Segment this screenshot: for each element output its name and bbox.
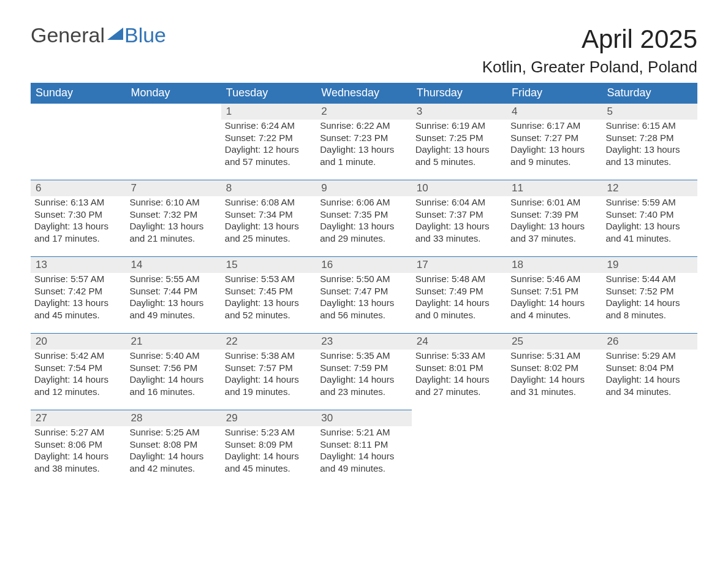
- day-detail: Sunrise: 5:38 AMSunset: 7:57 PMDaylight:…: [221, 350, 316, 410]
- day-number-row: 20212223242526: [31, 334, 697, 350]
- day-detail: Sunrise: 6:13 AMSunset: 7:30 PMDaylight:…: [31, 196, 126, 257]
- day-number-row: 12345: [31, 104, 697, 120]
- sunrise-line: Sunrise: 6:17 AM: [510, 120, 598, 132]
- sunset-line: Sunset: 7:23 PM: [320, 132, 408, 144]
- daylight-line: Daylight: 14 hours and 38 minutes.: [34, 450, 122, 474]
- weekday-header: Friday: [507, 83, 602, 104]
- day-detail: Sunrise: 6:04 AMSunset: 7:37 PMDaylight:…: [412, 196, 507, 257]
- sunrise-line: Sunrise: 5:53 AM: [225, 273, 313, 285]
- day-detail: Sunrise: 5:40 AMSunset: 7:56 PMDaylight:…: [126, 350, 221, 410]
- sunset-line: Sunset: 7:57 PM: [225, 362, 313, 374]
- daylight-line: Daylight: 14 hours and 19 minutes.: [225, 373, 313, 397]
- day-number: 23: [316, 334, 411, 350]
- sunrise-line: Sunrise: 6:22 AM: [320, 120, 408, 132]
- weekday-header: Thursday: [412, 83, 507, 104]
- sunset-line: Sunset: 7:47 PM: [320, 285, 408, 297]
- day-number: [31, 104, 126, 120]
- day-detail-row: Sunrise: 5:57 AMSunset: 7:42 PMDaylight:…: [31, 273, 697, 334]
- sunrise-line: Sunrise: 5:23 AM: [225, 426, 313, 439]
- day-number: [507, 410, 602, 427]
- sunrise-line: Sunrise: 6:24 AM: [225, 120, 313, 132]
- daylight-line: Daylight: 13 hours and 33 minutes.: [415, 220, 503, 244]
- sunrise-line: Sunrise: 5:55 AM: [129, 273, 217, 285]
- sunset-line: Sunset: 7:45 PM: [225, 285, 313, 297]
- day-number: 20: [31, 334, 126, 350]
- day-detail-row: Sunrise: 5:27 AMSunset: 8:06 PMDaylight:…: [31, 426, 697, 486]
- day-detail: Sunrise: 5:57 AMSunset: 7:42 PMDaylight:…: [31, 273, 126, 334]
- sunrise-line: Sunrise: 5:50 AM: [320, 273, 408, 285]
- daylight-line: Daylight: 13 hours and 13 minutes.: [606, 144, 694, 167]
- month-title: April 2025: [482, 25, 697, 54]
- daylight-line: Daylight: 13 hours and 25 minutes.: [225, 220, 313, 244]
- daylight-line: Daylight: 14 hours and 27 minutes.: [415, 373, 503, 397]
- brand-word-1: General: [31, 25, 105, 45]
- sunset-line: Sunset: 8:04 PM: [606, 362, 694, 374]
- sunrise-line: Sunrise: 5:40 AM: [129, 350, 217, 362]
- day-detail: Sunrise: 6:15 AMSunset: 7:28 PMDaylight:…: [602, 120, 697, 180]
- sunrise-line: Sunrise: 5:59 AM: [606, 196, 694, 209]
- sunrise-line: Sunrise: 6:04 AM: [415, 196, 503, 209]
- sunset-line: Sunset: 7:39 PM: [510, 209, 598, 221]
- sunset-line: Sunset: 7:30 PM: [34, 209, 122, 221]
- sunset-line: Sunset: 8:06 PM: [34, 439, 122, 451]
- day-number: 27: [31, 410, 126, 427]
- sunrise-line: Sunrise: 6:19 AM: [415, 120, 503, 132]
- daylight-line: Daylight: 14 hours and 23 minutes.: [320, 373, 408, 397]
- daylight-line: Daylight: 14 hours and 4 minutes.: [510, 297, 598, 321]
- sunset-line: Sunset: 7:56 PM: [129, 362, 217, 374]
- daylight-line: Daylight: 13 hours and 41 minutes.: [606, 220, 694, 244]
- location-subtitle: Kotlin, Greater Poland, Poland: [482, 58, 697, 77]
- sunset-line: Sunset: 8:01 PM: [415, 362, 503, 374]
- sunrise-line: Sunrise: 6:01 AM: [510, 196, 598, 209]
- day-detail: Sunrise: 5:35 AMSunset: 7:59 PMDaylight:…: [316, 350, 411, 410]
- sunset-line: Sunset: 7:25 PM: [415, 132, 503, 144]
- daylight-line: Daylight: 13 hours and 29 minutes.: [320, 220, 408, 244]
- sunset-line: Sunset: 7:42 PM: [34, 285, 122, 297]
- day-number: 28: [126, 410, 221, 427]
- day-detail: Sunrise: 5:27 AMSunset: 8:06 PMDaylight:…: [31, 426, 126, 486]
- sunrise-line: Sunrise: 6:08 AM: [225, 196, 313, 209]
- day-detail: Sunrise: 5:25 AMSunset: 8:08 PMDaylight:…: [126, 426, 221, 486]
- day-detail: [507, 426, 602, 486]
- day-number: 15: [221, 257, 316, 274]
- day-detail: [31, 120, 126, 180]
- day-detail: Sunrise: 5:48 AMSunset: 7:49 PMDaylight:…: [412, 273, 507, 334]
- daylight-line: Daylight: 14 hours and 45 minutes.: [225, 450, 313, 474]
- day-detail: Sunrise: 6:06 AMSunset: 7:35 PMDaylight:…: [316, 196, 411, 257]
- day-number: [412, 410, 507, 427]
- sunrise-line: Sunrise: 5:57 AM: [34, 273, 122, 285]
- day-number-row: 13141516171819: [31, 257, 697, 274]
- sunrise-line: Sunrise: 6:10 AM: [129, 196, 217, 209]
- day-detail: Sunrise: 6:19 AMSunset: 7:25 PMDaylight:…: [412, 120, 507, 180]
- sunrise-line: Sunrise: 5:31 AM: [510, 350, 598, 362]
- sunrise-line: Sunrise: 5:33 AM: [415, 350, 503, 362]
- sunrise-line: Sunrise: 5:38 AM: [225, 350, 313, 362]
- daylight-line: Daylight: 14 hours and 12 minutes.: [34, 373, 122, 397]
- daylight-line: Daylight: 14 hours and 0 minutes.: [415, 297, 503, 321]
- day-detail: Sunrise: 5:50 AMSunset: 7:47 PMDaylight:…: [316, 273, 411, 334]
- daylight-line: Daylight: 13 hours and 9 minutes.: [510, 144, 598, 167]
- day-number: 19: [602, 257, 697, 274]
- day-number: 2: [316, 104, 411, 120]
- sunset-line: Sunset: 7:37 PM: [415, 209, 503, 221]
- day-number: 21: [126, 334, 221, 350]
- day-number-row: 27282930: [31, 410, 697, 427]
- day-detail: Sunrise: 5:31 AMSunset: 8:02 PMDaylight:…: [507, 350, 602, 410]
- daylight-line: Daylight: 13 hours and 1 minute.: [320, 144, 408, 167]
- daylight-line: Daylight: 14 hours and 8 minutes.: [606, 297, 694, 321]
- day-detail: Sunrise: 6:17 AMSunset: 7:27 PMDaylight:…: [507, 120, 602, 180]
- day-detail-row: Sunrise: 6:13 AMSunset: 7:30 PMDaylight:…: [31, 196, 697, 257]
- sunset-line: Sunset: 7:52 PM: [606, 285, 694, 297]
- sunrise-line: Sunrise: 5:46 AM: [510, 273, 598, 285]
- day-detail: Sunrise: 5:55 AMSunset: 7:44 PMDaylight:…: [126, 273, 221, 334]
- day-number: 22: [221, 334, 316, 350]
- day-number: 5: [602, 104, 697, 120]
- sunrise-line: Sunrise: 5:29 AM: [606, 350, 694, 362]
- day-number: 16: [316, 257, 411, 274]
- day-number: [602, 410, 697, 427]
- weekday-header: Sunday: [31, 83, 126, 104]
- daylight-line: Daylight: 14 hours and 42 minutes.: [129, 450, 217, 474]
- weekday-header: Monday: [126, 83, 221, 104]
- sunset-line: Sunset: 8:09 PM: [225, 439, 313, 451]
- weekday-header-row: Sunday Monday Tuesday Wednesday Thursday…: [31, 83, 697, 104]
